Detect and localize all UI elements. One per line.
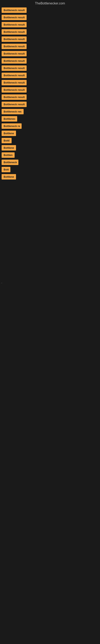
- bottleneck-row: Bottleneck res: [0, 108, 100, 115]
- bottleneck-badge: Bottleneck result: [1, 58, 27, 64]
- bottleneck-badge: Bottlenec: [1, 116, 17, 122]
- bottleneck-row: Bottleneck result: [0, 36, 100, 42]
- bottleneck-badge: Bottlene: [1, 145, 16, 150]
- bottleneck-row: Bottleneck: [0, 159, 100, 166]
- bottleneck-row: Bottleneck result: [0, 65, 100, 71]
- bottleneck-badge: Bottleneck result: [1, 22, 27, 27]
- dot-indicator: ...: [1, 281, 2, 284]
- bottleneck-badge: Bottleneck result: [1, 94, 27, 100]
- bottleneck-row: Bottleneck result: [0, 58, 100, 64]
- bottleneck-badge: Bottleneck result: [1, 44, 27, 49]
- bottleneck-badge: Bottleneck result: [1, 87, 27, 92]
- bottleneck-badge: Bottlene: [1, 130, 16, 136]
- bottleneck-row: Bottlene: [0, 174, 100, 180]
- bottleneck-row: Bottlenec: [0, 116, 100, 122]
- bottleneck-row: Bottleneck result: [0, 94, 100, 100]
- bottleneck-row: Bottleneck re: [0, 123, 100, 129]
- bottleneck-row: Bottlene: [0, 130, 100, 136]
- bottleneck-row: Bottleneck result: [0, 79, 100, 86]
- bottleneck-badge: Bottleneck result: [1, 51, 27, 56]
- bottleneck-row: Bottleneck result: [0, 72, 100, 78]
- bottleneck-row: Bottlen: [0, 152, 100, 158]
- bottleneck-row: Bott: [0, 166, 100, 173]
- bottleneck-badge: Bottleneck result: [1, 8, 27, 13]
- bottleneck-badge: Bottleneck: [1, 160, 18, 165]
- bottleneck-badge: Bottl: [1, 138, 12, 143]
- bottleneck-badge: Bott: [1, 167, 10, 172]
- bottleneck-row: Bottlene: [0, 144, 100, 151]
- bottleneck-badge: Bottleneck result: [1, 36, 27, 42]
- bottleneck-badge: Bottleneck re: [1, 123, 22, 129]
- bottleneck-row: Bottleneck result: [0, 43, 100, 50]
- spacer-middle: [0, 181, 100, 281]
- bottleneck-badge: Bottleneck result: [1, 66, 27, 71]
- bottleneck-row: Bottleneck result: [0, 14, 100, 20]
- dot-row: ...: [0, 281, 100, 285]
- bottleneck-row: Bottleneck result: [0, 50, 100, 57]
- items-container: Bottleneck resultBottleneck resultBottle…: [0, 7, 100, 180]
- site-title: TheBottlenecker.com: [0, 0, 100, 7]
- bottleneck-badge: Bottlen: [1, 152, 15, 158]
- bottleneck-badge: Bottleneck result: [1, 29, 27, 34]
- bottleneck-row: Bottleneck result: [0, 86, 100, 93]
- spacer-bottom: [0, 285, 100, 446]
- bottleneck-row: Bottleneck result: [0, 101, 100, 108]
- bottleneck-row: Bottleneck result: [0, 21, 100, 28]
- bottleneck-badge: Bottleneck result: [1, 73, 27, 78]
- page-wrapper: TheBottlenecker.com Bottleneck resultBot…: [0, 0, 100, 446]
- bottleneck-row: Bottl: [0, 137, 100, 144]
- bottleneck-badge: Bottleneck result: [1, 80, 27, 85]
- bottleneck-badge: Bottleneck result: [1, 15, 27, 20]
- bottleneck-badge: Bottleneck result: [1, 102, 27, 107]
- bottleneck-row: Bottleneck result: [0, 28, 100, 35]
- bottleneck-row: Bottleneck result: [0, 7, 100, 13]
- bottleneck-badge: Bottleneck res: [1, 109, 24, 114]
- bottleneck-badge: Bottlene: [1, 174, 16, 180]
